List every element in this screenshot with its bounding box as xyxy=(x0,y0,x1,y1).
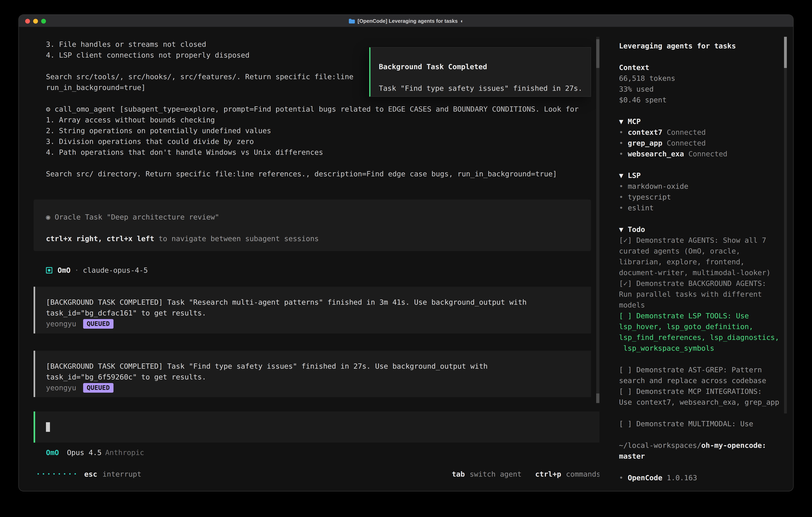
todo-line: models xyxy=(619,299,783,310)
todo-line-active: [ ] Demonstrate LSP TOOLS: Use xyxy=(619,310,783,321)
background-task-notification: Background Task Completed Task "Find typ… xyxy=(369,47,591,97)
zoom-window-button[interactable] xyxy=(41,19,46,23)
spacer xyxy=(619,213,783,224)
app-version: 1.0.163 xyxy=(667,473,697,482)
todo-line: [ ] Demonstrate AST-GREP: Pattern xyxy=(619,364,783,375)
bullet-icon: • xyxy=(619,139,624,147)
main-scrollbar[interactable] xyxy=(596,37,600,403)
esc-key-hint: esc xyxy=(84,470,97,478)
text-cursor xyxy=(46,422,50,432)
todo-line: document-writer, multimodal-looker) xyxy=(619,267,783,278)
oracle-task-title: ◉Oracle Task "Deep architecture review" xyxy=(46,212,591,222)
bullet-icon: • xyxy=(619,203,624,212)
mcp-name: websearch_exa xyxy=(628,149,684,158)
sidebar-scrollbar-thumb[interactable] xyxy=(784,37,787,68)
agent-header: OmO · claude-opus-4-5 xyxy=(46,265,148,275)
spinner-dots-icon: •••••••• xyxy=(37,471,79,477)
mcp-item-grep-app: •grep_appConnected xyxy=(619,138,783,148)
status-left: •••••••• esc interrupt xyxy=(37,469,142,480)
message-block-type-safety: [BACKGROUND TASK COMPLETED] Task "Find t… xyxy=(34,351,591,397)
session-title: Leveraging agents for tasks xyxy=(619,40,783,51)
agent-model: claude-opus-4-5 xyxy=(83,266,148,274)
queued-badge: QUEUED xyxy=(83,383,114,392)
lsp-item-typescript: •typescript xyxy=(619,192,783,202)
queued-badge: QUEUED xyxy=(83,319,114,328)
lsp-name: markdown-oxide xyxy=(628,182,688,190)
mcp-heading-label: MCP xyxy=(628,117,641,126)
mcp-item-websearch-exa: •websearch_exaConnected xyxy=(619,148,783,159)
todo-line: [✓] Demonstrate BACKGROUND AGENTS: xyxy=(619,278,783,289)
mcp-section-heading[interactable]: ▼MCP xyxy=(619,116,783,127)
agent-name: OmO xyxy=(58,266,70,274)
ctrlp-key-hint: ctrl+p xyxy=(535,470,561,478)
message-text-line: task_id="bg_dcfac161" to get results. xyxy=(46,307,591,318)
separator-dot: · xyxy=(75,266,79,274)
todo-line-active: lsp_hover, lsp_goto_definition, xyxy=(619,321,783,332)
omo-agent-icon xyxy=(46,267,52,273)
status-bar: •••••••• esc interrupt tab switch agent … xyxy=(19,469,600,480)
close-window-button[interactable] xyxy=(25,19,30,23)
workspace-branch: master xyxy=(619,451,783,461)
loading-indicator-icon: ◐ xyxy=(461,18,464,24)
desktop: [OpenCode] Leveraging agents for tasks ◐… xyxy=(0,0,812,517)
lsp-name: eslint xyxy=(628,203,654,212)
todo-line-active: lsp_find_references, lsp_diagnostics, xyxy=(619,332,783,343)
collapse-triangle-icon: ▼ xyxy=(619,117,624,126)
todo-line: curated agents (OmO, oracle, xyxy=(619,245,783,256)
main-scrollbar-thumb-bottom[interactable] xyxy=(596,393,600,403)
spacer xyxy=(619,407,783,418)
oracle-shortcut-hint: ctrl+x right, ctrl+x left to navigate be… xyxy=(46,233,591,244)
prompt-input[interactable] xyxy=(34,411,600,443)
sidebar: Leveraging agents for tasks Context 66,5… xyxy=(600,27,793,491)
model-row: OmO Opus 4.5 Anthropic xyxy=(46,447,144,458)
message-user: yeongyu xyxy=(46,383,76,392)
ctrlp-key-desc: commands xyxy=(566,470,600,478)
tab-key-hint: tab xyxy=(452,470,465,478)
notification-body: Task "Find type safety issues" finished … xyxy=(379,83,581,93)
workspace-path-prefix: ~/local-workspaces/ xyxy=(619,441,701,450)
workspace-repo: oh-my-opencode: xyxy=(701,441,766,450)
lsp-section-heading[interactable]: ▼LSP xyxy=(619,170,783,181)
terminal-window: [OpenCode] Leveraging agents for tasks ◐… xyxy=(19,15,793,491)
minimize-window-button[interactable] xyxy=(33,19,38,23)
collapse-triangle-icon: ▼ xyxy=(619,171,624,180)
todo-line: [✓] Demonstrate AGENTS: Show all 7 xyxy=(619,235,783,245)
version-row: •OpenCode1.0.163 xyxy=(619,472,783,483)
context-tokens: 66,518 tokens xyxy=(619,73,783,84)
lsp-item-eslint: •eslint xyxy=(619,202,783,213)
mcp-name: grep_app xyxy=(628,139,662,147)
window-content: 3. File handles or streams not closed 4.… xyxy=(19,27,793,491)
todo-line: [ ] Demonstrate MULTIMODAL: Use xyxy=(619,418,783,429)
mcp-status: Connected xyxy=(688,149,727,158)
lsp-name: typescript xyxy=(628,193,671,201)
window-title-text: [OpenCode] Leveraging agents for tasks xyxy=(357,18,458,24)
window-title: [OpenCode] Leveraging agents for tasks ◐ xyxy=(348,18,464,24)
todo-line: Run parallel tasks with different xyxy=(619,289,783,299)
shortcut-keys: ctrl+x right, ctrl+x left xyxy=(46,234,154,243)
shortcut-desc: to navigate between subagent sessions xyxy=(154,234,319,243)
context-used: 33% used xyxy=(619,84,783,94)
sidebar-scrollbar[interactable] xyxy=(784,37,787,413)
spacer xyxy=(619,105,783,116)
context-heading: Context xyxy=(619,62,783,73)
todo-line: librarian, explore, frontend, xyxy=(619,256,783,267)
bullet-icon: • xyxy=(619,473,624,482)
mcp-status: Connected xyxy=(667,139,706,147)
titlebar: [OpenCode] Leveraging agents for tasks ◐ xyxy=(19,15,793,27)
spacer xyxy=(619,159,783,170)
todo-heading-label: Todo xyxy=(628,225,645,234)
main-scrollbar-thumb[interactable] xyxy=(596,39,600,68)
active-model-label: Opus 4.5 xyxy=(67,448,102,457)
esc-key-desc: interrupt xyxy=(103,470,142,478)
bullet-icon: • xyxy=(619,182,624,190)
notification-title: Background Task Completed xyxy=(379,61,581,72)
message-block-research-patterns: [BACKGROUND TASK COMPLETED] Task "Resear… xyxy=(34,287,591,333)
todo-line: Use context7, websearch_exa, grep_app xyxy=(619,397,783,407)
spacer xyxy=(619,353,783,364)
oracle-icon: ◉ xyxy=(46,213,50,221)
todo-line: [ ] Demonstrate MCP INTEGRATIONS: xyxy=(619,386,783,397)
context-spent: $0.46 spent xyxy=(619,94,783,105)
mcp-name: context7 xyxy=(628,128,662,136)
tab-key-desc: switch agent xyxy=(469,470,521,478)
todo-section-heading[interactable]: ▼Todo xyxy=(619,224,783,235)
